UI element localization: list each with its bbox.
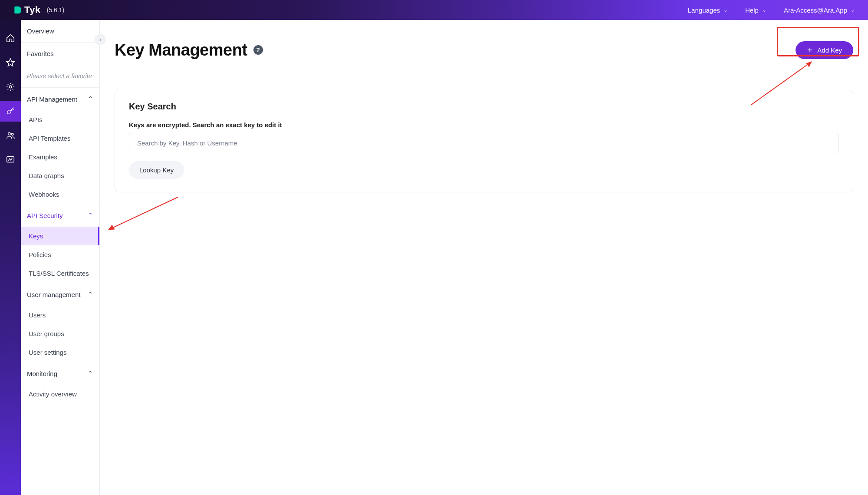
rail-api-management[interactable]	[0, 76, 21, 97]
nav-label: API Templates	[29, 135, 70, 142]
sidebar-overview-label: Overview	[27, 27, 54, 35]
help-label: Help	[745, 7, 759, 14]
nav-label: User settings	[29, 349, 67, 356]
chevron-left-icon: ‹	[99, 36, 102, 43]
logo[interactable]: Tyk	[13, 4, 41, 16]
sidebar-item-user-groups[interactable]: User groups	[21, 324, 99, 343]
header-left: Tyk (5.6.1)	[13, 4, 64, 16]
nav-label: TLS/SSL Certificates	[29, 270, 89, 277]
user-menu[interactable]: Ara-Access@Ara.App ⌄	[784, 7, 855, 14]
sidebar-item-activity-overview[interactable]: Activity overview	[21, 385, 99, 403]
user-management-label: User management	[27, 291, 80, 298]
page-title: Key Management	[115, 41, 247, 59]
key-icon	[6, 106, 15, 116]
nav-label: Webhooks	[29, 191, 59, 198]
sidebar-favorites-label: Favorites	[27, 50, 54, 57]
rail-monitoring[interactable]	[0, 149, 21, 170]
sidebar-item-keys[interactable]: Keys	[21, 227, 99, 245]
sidebar-user-management-header[interactable]: User management ⌃	[21, 283, 99, 306]
sidebar-api-security-header[interactable]: API Security ⌃	[21, 204, 99, 227]
plus-icon	[807, 47, 813, 53]
svg-line-7	[108, 197, 178, 230]
nav-label: Users	[29, 311, 46, 319]
header-right: Languages ⌄ Help ⌄ Ara-Access@Ara.App ⌄	[688, 7, 855, 14]
chevron-up-icon: ⌃	[88, 211, 93, 219]
chevron-up-icon: ⌃	[88, 370, 93, 377]
sidebar-monitoring-header[interactable]: Monitoring ⌃	[21, 362, 99, 385]
content-header: Key Management ? Add Key	[100, 20, 868, 80]
sidebar-item-data-graphs[interactable]: Data graphs	[21, 166, 99, 185]
home-icon	[6, 33, 15, 43]
lookup-key-button[interactable]: Lookup Key	[129, 161, 184, 179]
page-content: Key Management ? Add Key Key Search Keys…	[100, 20, 868, 495]
chevron-up-icon: ⌃	[88, 290, 93, 298]
nav-label: Policies	[29, 251, 51, 258]
sidebar-favorites[interactable]: Favorites	[21, 43, 99, 65]
nav-label: Examples	[29, 153, 57, 161]
product-version: (5.6.1)	[47, 7, 64, 13]
sidebar-collapse-button[interactable]: ‹	[95, 34, 106, 45]
sidebar-item-policies[interactable]: Policies	[21, 245, 99, 264]
sidebar-item-api-templates[interactable]: API Templates	[21, 129, 99, 148]
app-main: Overview Favorites Please select a favor…	[0, 20, 868, 495]
sidebar-item-webhooks[interactable]: Webhooks	[21, 185, 99, 204]
gear-icon	[6, 82, 15, 92]
product-name: Tyk	[24, 4, 41, 16]
rail-favorites[interactable]	[0, 52, 21, 73]
nav-label: Data graphs	[29, 172, 64, 179]
title-wrap: Key Management ?	[115, 41, 263, 59]
nav-label: Keys	[29, 232, 43, 240]
icon-rail	[0, 20, 21, 495]
app-header: Tyk (5.6.1) Languages ⌄ Help ⌄ Ara-Acces…	[0, 0, 868, 20]
rail-home[interactable]	[0, 28, 21, 49]
add-key-button[interactable]: Add Key	[796, 41, 853, 59]
svg-marker-8	[108, 225, 115, 230]
svg-point-2	[8, 133, 11, 135]
chevron-up-icon: ⌃	[88, 95, 93, 103]
sidebar-item-users[interactable]: Users	[21, 306, 99, 324]
key-search-panel: Key Search Keys are encrypted. Search an…	[115, 90, 853, 192]
sidebar-item-apis[interactable]: APIs	[21, 110, 99, 129]
svg-point-0	[9, 86, 12, 88]
sidebar-item-tls-ssl-certificates[interactable]: TLS/SSL Certificates	[21, 264, 99, 283]
sidebar-item-examples[interactable]: Examples	[21, 148, 99, 166]
nav-label: User groups	[29, 330, 64, 337]
sidebar-api-management-header[interactable]: API Management ⌃	[21, 87, 99, 110]
nav-label: Activity overview	[29, 390, 77, 398]
rail-user-management[interactable]	[0, 125, 21, 146]
sidebar: Overview Favorites Please select a favor…	[21, 20, 100, 495]
nav-label: APIs	[29, 116, 43, 123]
api-security-label: API Security	[27, 212, 63, 219]
languages-label: Languages	[688, 7, 720, 14]
logo-icon	[13, 6, 22, 14]
languages-menu[interactable]: Languages ⌄	[688, 7, 728, 14]
chevron-down-icon: ⌄	[723, 7, 728, 13]
users-icon	[6, 131, 15, 140]
key-search-instruction: Keys are encrypted. Search an exact key …	[129, 121, 839, 129]
svg-point-3	[11, 133, 13, 135]
sidebar-favorite-prompt: Please select a favorite	[21, 65, 99, 87]
chevron-down-icon: ⌄	[851, 7, 855, 13]
user-email: Ara-Access@Ara.App	[784, 7, 847, 14]
rail-api-security[interactable]	[0, 101, 21, 122]
add-key-label: Add Key	[817, 46, 842, 54]
help-menu[interactable]: Help ⌄	[745, 7, 766, 14]
sidebar-item-user-settings[interactable]: User settings	[21, 343, 99, 362]
star-icon	[6, 58, 15, 67]
key-search-input[interactable]	[129, 133, 839, 153]
monitor-icon	[6, 155, 15, 165]
api-management-label: API Management	[27, 96, 77, 103]
sidebar-overview[interactable]: Overview	[21, 20, 99, 43]
chevron-down-icon: ⌄	[762, 7, 766, 13]
favorite-prompt-text: Please select a favorite	[27, 73, 92, 79]
monitoring-label: Monitoring	[27, 370, 57, 377]
help-icon[interactable]: ?	[253, 45, 263, 55]
annotation-arrow-keys	[100, 193, 187, 236]
lookup-key-label: Lookup Key	[139, 166, 174, 174]
key-search-title: Key Search	[129, 102, 839, 112]
svg-point-1	[7, 111, 10, 114]
